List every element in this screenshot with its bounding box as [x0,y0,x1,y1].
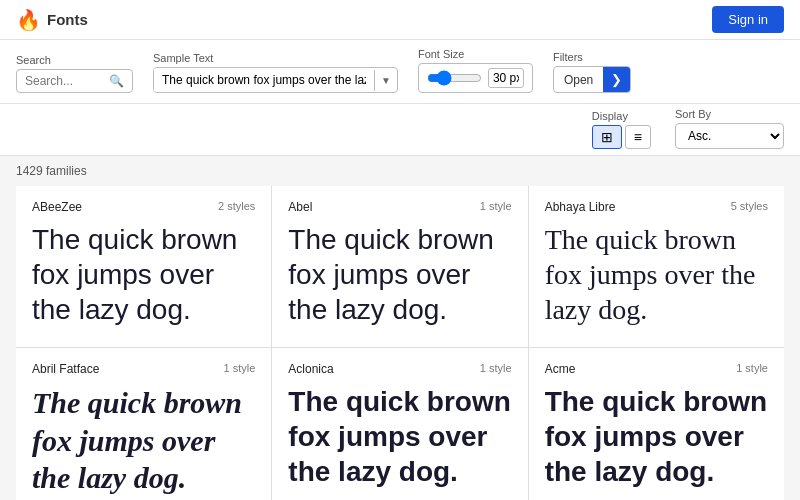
card-header: Acme 1 style [545,362,768,376]
filters-button[interactable]: ❯ [603,67,630,92]
font-preview: The quick brown fox jumps over the lazy … [545,384,768,489]
sample-text-dropdown[interactable]: ▼ [374,70,397,91]
sign-in-button[interactable]: Sign in [712,6,784,33]
display-group: Display ⊞ ≡ [592,110,651,149]
font-card-abeeZee[interactable]: ABeeZee 2 styles The quick brown fox jum… [16,186,271,347]
display-label: Display [592,110,651,122]
search-input[interactable] [25,74,105,88]
logo-area: 🔥 Fonts [16,8,88,32]
filters-label: Filters [553,51,631,63]
font-name: ABeeZee [32,200,82,214]
font-size-label: Font Size [418,48,533,60]
search-group: Search 🔍 [16,54,133,93]
font-name: Acme [545,362,576,376]
sample-text-label: Sample Text [153,52,398,64]
font-size-slider[interactable] [427,70,482,86]
font-card-abril[interactable]: Abril Fatface 1 style The quick brown fo… [16,348,271,500]
font-card-abhaya[interactable]: Abhaya Libre 5 styles The quick brown fo… [529,186,784,347]
search-label: Search [16,54,133,66]
font-size-box [418,63,533,93]
font-preview: The quick brown fox jumps over the lazy … [32,384,255,497]
font-styles: 1 style [736,362,768,376]
font-styles: 5 styles [731,200,768,214]
sample-text-group: Sample Text ▼ [153,52,398,93]
card-header: Abhaya Libre 5 styles [545,200,768,214]
top-nav: 🔥 Fonts Sign in [0,0,800,40]
controls-bar: Search 🔍 Sample Text ▼ Font Size Filters… [0,40,800,104]
sample-text-box: ▼ [153,67,398,93]
sort-select[interactable]: Asc. Desc. Trending Most Popular Newest [675,123,784,149]
second-controls: Display ⊞ ≡ Sort By Asc. Desc. Trending … [0,104,800,156]
card-header: Abril Fatface 1 style [32,362,255,376]
font-size-group: Font Size [418,48,533,93]
search-box: 🔍 [16,69,133,93]
families-count: 1429 families [16,164,87,178]
font-name: Aclonica [288,362,333,376]
families-count-bar: 1429 families [0,156,800,186]
search-icon: 🔍 [109,74,124,88]
display-buttons: ⊞ ≡ [592,125,651,149]
font-name: Abel [288,200,312,214]
sort-label: Sort By [675,108,784,120]
font-styles: 2 styles [218,200,255,214]
font-styles: 1 style [224,362,256,376]
font-size-input[interactable] [488,68,524,88]
list-view-button[interactable]: ≡ [625,125,651,149]
logo-text: Fonts [47,11,88,28]
font-preview: The quick brown fox jumps over the lazy … [288,384,511,489]
grid-view-button[interactable]: ⊞ [592,125,622,149]
font-preview: The quick brown fox jumps over the lazy … [32,222,255,327]
font-styles: 1 style [480,200,512,214]
logo-icon: 🔥 [16,8,41,32]
filters-box: Open ❯ [553,66,631,93]
font-styles: 1 style [480,362,512,376]
font-card-acme[interactable]: Acme 1 style The quick brown fox jumps o… [529,348,784,500]
filters-value: Open [554,68,603,92]
font-grid: ABeeZee 2 styles The quick brown fox jum… [16,186,784,500]
font-name: Abhaya Libre [545,200,616,214]
card-header: ABeeZee 2 styles [32,200,255,214]
sample-text-input[interactable] [154,68,374,92]
font-card-aclonica[interactable]: Aclonica 1 style The quick brown fox jum… [272,348,527,500]
font-card-abel[interactable]: Abel 1 style The quick brown fox jumps o… [272,186,527,347]
font-name: Abril Fatface [32,362,99,376]
card-header: Abel 1 style [288,200,511,214]
filters-group: Filters Open ❯ [553,51,631,93]
card-header: Aclonica 1 style [288,362,511,376]
sort-group: Sort By Asc. Desc. Trending Most Popular… [675,108,784,149]
font-preview: The quick brown fox jumps over the lazy … [288,222,511,327]
font-preview: The quick brown fox jumps over the lazy … [545,222,768,327]
